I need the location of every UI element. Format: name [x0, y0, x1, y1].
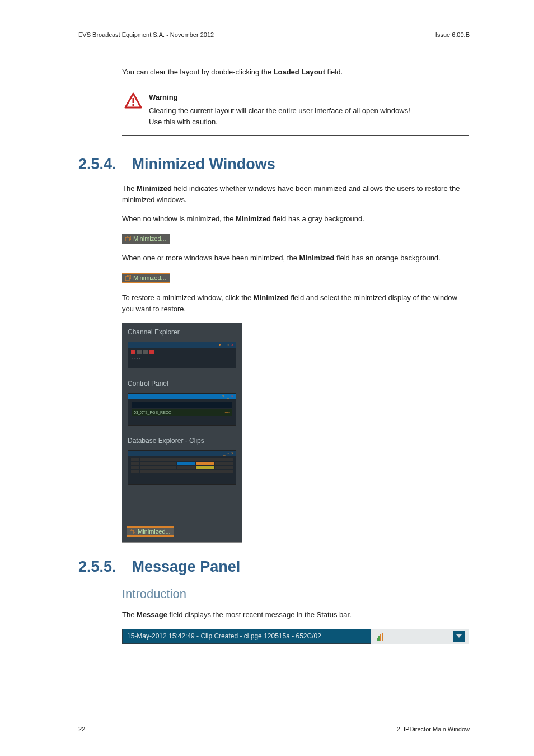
svg-rect-8 — [380, 634, 381, 641]
svg-rect-7 — [378, 636, 380, 641]
header-left: EVS Broadcast Equipment S.A. - November … — [78, 31, 214, 38]
svg-rect-4 — [125, 277, 129, 281]
section-title-254: Minimized Windows — [132, 156, 275, 173]
p254-1: The Minimized field indicates whether wi… — [122, 183, 469, 206]
warning-icon — [124, 92, 142, 128]
popup-label-channel-explorer: Channel Explorer — [122, 323, 242, 339]
warning-line2: Use this with caution. — [149, 118, 218, 126]
intro-bold: Loaded Layout — [274, 68, 325, 76]
intro-paragraph: You can clear the layout by double-click… — [122, 67, 469, 78]
header-right: Issue 6.00.B — [435, 31, 470, 38]
p254-4: To restore a minimized window, click the… — [122, 292, 469, 315]
restore-icon — [130, 529, 135, 534]
p255-1: The Message field displays the most rece… — [122, 609, 469, 620]
signal-icon — [377, 632, 383, 641]
restore-icon — [125, 236, 131, 241]
minimized-badge-gray: Minimized... — [122, 234, 170, 244]
warning-box: Warning Clearing the current layout will… — [122, 86, 469, 135]
warning-title: Warning — [149, 92, 410, 103]
popup-thumb-control-panel: ▾ _ × ·· 03_XT2_PGE_RECO····· — [128, 393, 236, 426]
minimized-popup-screenshot: Channel Explorer ▾ _ ▫ × · ·· · · Contro… — [122, 323, 242, 543]
section-number-254: 2.5.4. — [78, 156, 116, 173]
section-number-255: 2.5.5. — [78, 558, 116, 576]
dropdown-button — [453, 631, 465, 642]
message-text: 15-May-2012 15:42:49 - Clip Created - cl… — [122, 629, 371, 644]
intro-post: field. — [325, 68, 343, 76]
popup-thumb-database-explorer: _ ▫ × — [128, 450, 236, 485]
warning-line1: Clearing the current layout will clear t… — [149, 106, 410, 115]
intro-pre: You can clear the layout by double-click… — [122, 68, 274, 76]
restore-icon — [125, 275, 131, 281]
popup-thumb-line: 03_XT2_PGE_RECO — [134, 410, 171, 414]
subsection-title-introduction: Introduction — [122, 587, 469, 601]
svg-rect-3 — [125, 237, 129, 241]
minimized-badge-orange-label: Minimized... — [133, 274, 166, 281]
p254-2: When no window is minimized, the Minimiz… — [122, 213, 469, 225]
minimized-badge-orange: Minimized... — [122, 273, 170, 283]
page-number: 22 — [78, 726, 85, 732]
popup-footer-badge: Minimized... — [127, 526, 174, 537]
svg-rect-5 — [130, 530, 134, 534]
popup-label-database-explorer: Database Explorer - Clips — [122, 431, 242, 448]
svg-rect-9 — [382, 633, 383, 641]
svg-rect-2 — [133, 104, 134, 106]
popup-thumb-channel-explorer: ▾ _ ▫ × · ·· · · — [128, 342, 236, 368]
svg-rect-6 — [377, 638, 378, 641]
p254-3: When one or more windows have been minim… — [122, 253, 469, 264]
svg-marker-10 — [456, 634, 462, 638]
popup-footer-badge-label: Minimized... — [138, 528, 171, 535]
section-title-255: Message Panel — [132, 558, 241, 576]
popup-label-control-panel: Control Panel — [122, 374, 242, 391]
minimized-badge-gray-label: Minimized... — [133, 235, 166, 242]
message-bar-screenshot: 15-May-2012 15:42:49 - Clip Created - cl… — [122, 629, 469, 644]
svg-rect-1 — [133, 98, 134, 103]
footer-chapter: 2. IPDirector Main Window — [397, 726, 470, 732]
